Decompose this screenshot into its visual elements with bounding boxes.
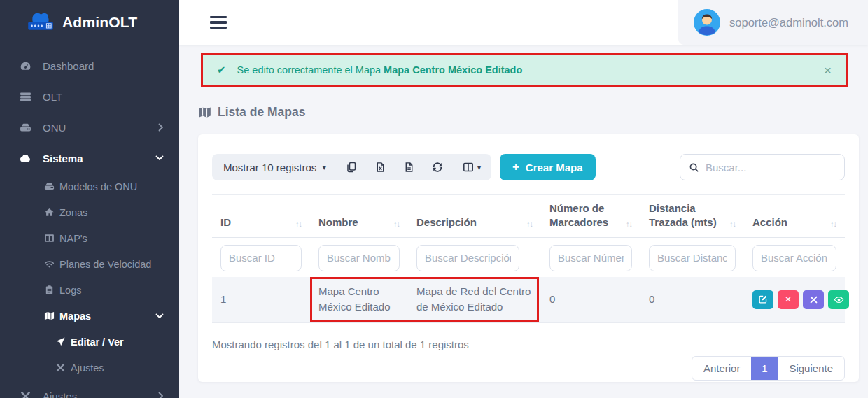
sidebar-item-sistema[interactable]: Sistema — [0, 143, 179, 173]
sidebar-item-label: Sistema — [43, 152, 83, 164]
sidebar-item-logs[interactable]: Logs — [0, 277, 179, 303]
annotation-box-alert: ✔ Se edito correctamente el Mapa Mapa Ce… — [201, 53, 848, 87]
sidebar-item-label: Mapas — [59, 311, 91, 322]
tools-icon — [55, 362, 66, 373]
clipboard-icon — [43, 285, 55, 295]
create-map-label: Crear Mapa — [526, 162, 583, 173]
filter-input-nombre[interactable] — [318, 245, 400, 271]
sidebar-item-label: OLT — [43, 91, 62, 103]
filter-input-marcadores[interactable] — [550, 245, 632, 271]
hdd-icon — [43, 181, 55, 192]
sort-icon[interactable]: ↑↓ — [295, 219, 302, 230]
user-menu[interactable]: soporte@adminolt.com — [678, 0, 868, 45]
pagination-next[interactable]: Siguiente — [778, 357, 844, 380]
sort-icon[interactable]: ↑↓ — [729, 219, 736, 230]
sort-icon[interactable]: ↑↓ — [626, 219, 632, 230]
settings-button[interactable] — [803, 290, 824, 309]
edit-button[interactable] — [752, 290, 774, 309]
file-export-button[interactable] — [395, 154, 424, 180]
hdd-icon — [18, 122, 32, 134]
pagination-previous[interactable]: Anterior — [692, 357, 752, 380]
column-label: Descripción — [416, 215, 477, 229]
wifi-icon — [43, 259, 55, 269]
hamburger-menu-icon[interactable] — [210, 16, 227, 29]
filter-input-id[interactable] — [220, 245, 302, 271]
filter-input-descripcion[interactable] — [416, 245, 519, 271]
delete-button[interactable]: ✕ — [778, 290, 799, 309]
sidebar-item-ajustes[interactable]: Ajustes — [0, 381, 179, 398]
filter-input-distancia[interactable] — [649, 245, 736, 271]
table-search — [680, 154, 845, 180]
check-icon: ✔ — [217, 64, 226, 76]
sidebar-item-label: Logs — [59, 285, 81, 296]
sidebar-item-label: Ajustes — [43, 390, 77, 398]
copy-icon — [346, 162, 357, 173]
x-icon: ✕ — [785, 294, 792, 304]
sidebar-item-naps[interactable]: NAP's — [0, 225, 179, 251]
eye-icon — [834, 294, 844, 305]
sidebar-item-label: NAP's — [59, 233, 88, 244]
sidebar-item-onu[interactable]: ONU — [0, 112, 179, 143]
table-summary: Mostrando registros del 1 al 1 de un tot… — [212, 339, 845, 350]
file-excel-icon — [375, 162, 386, 173]
table-row: 1 Mapa Centro México Editado Mapa de Red… — [212, 277, 845, 323]
column-label: ID — [220, 215, 231, 229]
show-entries-label: Mostrar 10 registros — [223, 162, 316, 173]
maps-card: Mostrar 10 registros ▾ — [198, 134, 859, 382]
sidebar-item-zonas[interactable]: Zonas — [0, 199, 179, 225]
topbar: soporte@adminolt.com — [179, 0, 868, 45]
sidebar-item-label: Dashboard — [43, 60, 94, 72]
copy-button[interactable] — [337, 154, 366, 180]
page-title-text: Lista de Mapas — [218, 105, 305, 120]
sort-icon[interactable]: ↑↓ — [526, 219, 533, 230]
search-input[interactable] — [706, 162, 836, 173]
cell-actions: ✕ — [744, 290, 849, 309]
sidebar-item-dashboard[interactable]: Dashboard — [0, 50, 179, 81]
close-icon[interactable]: × — [824, 64, 832, 77]
column-header-accion[interactable]: Acción↑↓ — [744, 215, 845, 229]
excel-export-button[interactable] — [366, 154, 395, 180]
sidebar-item-label: Zonas — [59, 207, 88, 218]
show-entries-dropdown[interactable]: Mostrar 10 registros ▾ — [212, 162, 337, 173]
map-icon — [198, 106, 211, 119]
caret-down-icon: ▾ — [322, 163, 326, 172]
search-icon — [689, 162, 699, 173]
cell-descripcion: Mapa de Red del Centro de México Editado — [408, 284, 541, 315]
sidebar-item-modelos-de-onu[interactable]: Modelos de ONU — [0, 173, 179, 199]
column-header-nombre[interactable]: Nombre↑↓ — [310, 215, 408, 229]
create-map-button[interactable]: + Crear Mapa — [500, 154, 596, 180]
file-icon — [404, 162, 414, 173]
refresh-button[interactable] — [424, 154, 452, 180]
column-visibility-button[interactable]: ▾ — [452, 154, 491, 180]
sidebar-item-mapas-ajustes[interactable]: Ajustes — [0, 355, 179, 381]
column-header-descripcion[interactable]: Descripción↑↓ — [408, 215, 541, 229]
main-area: soporte@adminolt.com ✔ Se edito correcta… — [179, 0, 868, 398]
tools-icon — [809, 295, 818, 304]
sort-icon[interactable]: ↑↓ — [393, 219, 400, 230]
cell-distancia: 0 — [640, 292, 744, 307]
sidebar-item-planes-de-velocidad[interactable]: Planes de Velocidad — [0, 251, 179, 277]
column-header-id[interactable]: ID↑↓ — [212, 215, 310, 229]
pagination-page-1[interactable]: 1 — [751, 357, 778, 380]
table-header-row: ID↑↓ Nombre↑↓ Descripción↑↓ Número de Ma… — [212, 194, 845, 238]
sort-icon[interactable]: ↑↓ — [830, 219, 836, 230]
location-arrow-icon — [55, 336, 66, 347]
adminolt-logo-icon — [24, 10, 57, 35]
sidebar-item-olt[interactable]: OLT — [0, 81, 179, 112]
alert-highlight: Mapa Centro México Editado — [384, 64, 522, 76]
view-button[interactable] — [828, 290, 849, 309]
caret-down-icon: ▾ — [477, 163, 482, 172]
success-alert: ✔ Se edito correctamente el Mapa Mapa Ce… — [203, 55, 846, 85]
sidebar: AdminOLT Dashboard OLT ONU — [0, 0, 179, 398]
column-header-distancia[interactable]: Distancia Trazada (mts)↑↓ — [640, 201, 744, 230]
brand[interactable]: AdminOLT — [0, 0, 179, 45]
column-header-marcadores[interactable]: Número de Marcadores↑↓ — [541, 201, 640, 230]
sidebar-item-label: Modelos de ONU — [59, 181, 137, 192]
filter-input-accion[interactable] — [752, 245, 836, 271]
sidebar-item-mapas[interactable]: Mapas — [0, 303, 179, 329]
content: ✔ Se edito correctamente el Mapa Mapa Ce… — [179, 45, 868, 398]
cell-id: 1 — [212, 292, 310, 307]
alert-message: Se edito correctamente el Mapa — [237, 64, 382, 76]
sidebar-item-editar-ver[interactable]: Editar / Ver — [0, 329, 179, 355]
pagination: Anterior 1 Siguiente — [692, 356, 845, 381]
